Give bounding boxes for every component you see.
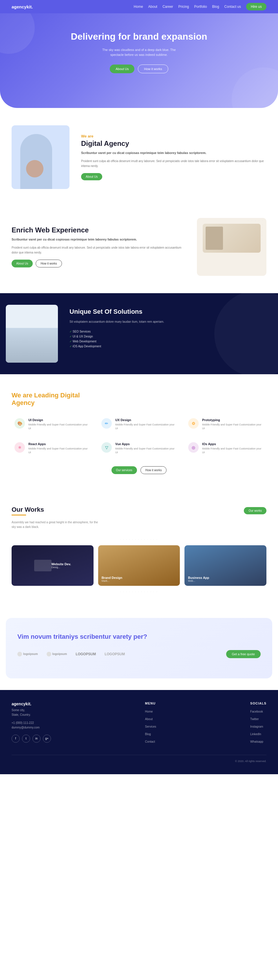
footer-social-whatsapp: Whatsapp (250, 739, 267, 744)
work-category: Mark... (102, 579, 123, 582)
enrich-how-button[interactable]: How it works (36, 259, 62, 267)
footer-menu-about: About (145, 716, 156, 721)
footer-menu-list: Home About Services Blog Contact (145, 708, 156, 744)
logo-item-2: logoipsum (46, 652, 67, 656)
footer-brand: agencykit. Some city,State, Country. +1 … (11, 702, 51, 746)
leading-section: We are Leading Digital Agency 🎨 UI Desig… (0, 374, 278, 492)
logo-item-3: LOGOPSUM (75, 652, 96, 656)
footer: agencykit. Some city,State, Country. +1 … (0, 690, 278, 774)
service-desc: Mobile Friendly and Super Fast Customiza… (202, 423, 264, 431)
service-card-vue: ▽ Vue Apps Mobile Friendly and Super Fas… (99, 439, 179, 458)
enrich-section: Enrich Web Experience Scribuntur varet p… (0, 206, 278, 293)
service-desc: Mobile Friendly and Super Fast Customiza… (202, 447, 264, 455)
prototyping-icon: ⚙ (188, 418, 199, 429)
gplus-social-icon[interactable]: g+ (43, 735, 51, 743)
we-are-label: We are (81, 134, 267, 138)
footer-menu-services: Services (145, 724, 156, 729)
works-grid: Website Dev. Desig... Brand Design Mark.… (11, 545, 267, 586)
hero-how-button[interactable]: How it works (138, 65, 168, 73)
footer-menu-blog: Blog (145, 731, 156, 736)
leading-title: We are Leading Digital Agency (11, 391, 267, 407)
work-title: Website Dev. (51, 562, 71, 566)
work-title: Brand Design (102, 576, 123, 579)
unique-meeting-image (6, 305, 58, 363)
footer-socials-title: SOCIALS (250, 702, 267, 705)
footer-socials-list: Facebook Twitter Instagram LinkedIn What… (250, 708, 267, 744)
navbar: agencykit. Home About Career Pricing Por… (0, 0, 278, 13)
footer-menu-contact: Contact (145, 739, 156, 744)
nav-pricing[interactable]: Pricing (178, 5, 189, 9)
nav-blog[interactable]: Blog (212, 5, 219, 9)
hero-decoration-circle1 (0, 13, 35, 54)
service-card-ux-design: ✏ UX Design Mobile Friendly and Super Fa… (99, 415, 179, 434)
works-title: Our Works (11, 506, 44, 515)
footer-address: Some city,State, Country. (11, 708, 51, 717)
work-card-business[interactable]: Business App Mob... (184, 545, 267, 586)
service-name: IOs Apps (202, 442, 264, 446)
service-desc: Mobile Friendly and Super Fast Customiza… (29, 423, 90, 431)
footer-bottom: © 2020. All rights reserved. (11, 755, 267, 763)
hero-decoration-circle2 (232, 67, 278, 108)
leading-how-button[interactable]: How it works (141, 466, 167, 474)
enrich-about-button[interactable]: About Us (11, 259, 33, 267)
work-category: Desig... (51, 566, 71, 569)
unique-image-wrap (0, 293, 64, 374)
ux-design-icon: ✏ (101, 418, 112, 429)
service-card-react: ⚛ React Apps Mobile Friendly and Super F… (11, 439, 93, 458)
enrich-image: · · · · ·· · · · ·· · · · ·· · · · · (197, 218, 267, 276)
vue-icon: ▽ (101, 442, 112, 453)
nav-portfolio[interactable]: Portfolio (194, 5, 207, 9)
footer-menu-title: MENU (145, 702, 156, 705)
digital-agency-section: We are Digital Agency Scribuntur varet p… (0, 108, 278, 206)
hero-section: Delivering for brand expansion The sky w… (0, 13, 278, 108)
logo-item-1: logoipsum (18, 652, 38, 656)
nav-career[interactable]: Career (163, 5, 173, 9)
react-icon: ⚛ (14, 442, 25, 453)
enrich-desc: Proident sunt culpa ab officia deserunt … (11, 245, 185, 255)
facebook-social-icon[interactable]: f (11, 735, 20, 743)
ios-icon: ◎ (188, 442, 199, 453)
hero-description: The sky was cloudless and of a deep dark… (96, 48, 182, 57)
service-name: Prototyping (202, 418, 264, 422)
enrich-title: Enrich Web Experience (11, 226, 185, 234)
hire-button[interactable]: Hire us (246, 3, 267, 10)
work-title: Business App (188, 576, 209, 579)
our-works-button[interactable]: Our works (244, 507, 267, 514)
footer-social-icons: f t in g+ (11, 735, 51, 743)
logo-icon-2 (46, 652, 51, 656)
enrich-buttons: About Us How it works (11, 259, 185, 267)
works-dots-top: · · · · · · · · · · · · · (11, 538, 267, 541)
cta-quote-button[interactable]: Get a free quote (226, 650, 261, 658)
footer-top: agencykit. Some city,State, Country. +1 … (11, 702, 267, 746)
cta-title: Vim novum tritaniys scribentur varety pe… (18, 632, 260, 641)
instagram-social-icon[interactable]: in (32, 735, 40, 743)
twitter-social-icon[interactable]: t (22, 735, 30, 743)
footer-contact: +1 (000) 111-222 dummy@dummy.com (11, 721, 51, 730)
footer-menu-col: MENU Home About Services Blog Contact (145, 702, 156, 746)
footer-menu-home: Home (145, 708, 156, 714)
work-card-brand[interactable]: Brand Design Mark... (98, 545, 180, 586)
digital-agency-content: We are Digital Agency Scribuntur varet p… (81, 134, 267, 180)
unique-decoration-circle (214, 293, 278, 374)
service-name: Vue Apps (115, 442, 177, 446)
nav-about[interactable]: About (148, 5, 157, 9)
hero-buttons: About Us How it works (11, 65, 267, 73)
digital-agency-title: Digital Agency (81, 140, 267, 148)
service-card-prototyping: ⚙ Prototyping Mobile Friendly and Super … (185, 415, 267, 434)
footer-socials-col: SOCIALS Facebook Twitter Instagram Linke… (250, 702, 267, 746)
hero-about-button[interactable]: About Us (110, 65, 134, 73)
service-name: UX Design (115, 418, 177, 422)
service-name: UI Design (29, 418, 90, 422)
logos-row: logoipsum logoipsum LOGOPSUM LOGOPSUM Ge… (18, 650, 260, 658)
ui-design-icon: 🎨 (14, 418, 25, 429)
footer-social-instagram: Instagram (250, 724, 267, 729)
our-services-button[interactable]: Our services (112, 466, 137, 474)
nav-contact[interactable]: Contact us (224, 5, 241, 9)
dots-decoration: · · · · ·· · · · ·· · · · ·· · · · · (248, 219, 265, 237)
service-card-ios: ◎ IOs Apps Mobile Friendly and Super Fas… (185, 439, 267, 458)
digital-about-button[interactable]: About Us (81, 173, 102, 180)
work-category: Mob... (188, 579, 209, 582)
nav-home[interactable]: Home (134, 5, 143, 9)
nav-logo: agencykit. (11, 4, 33, 9)
work-card-website[interactable]: Website Dev. Desig... (11, 545, 94, 586)
